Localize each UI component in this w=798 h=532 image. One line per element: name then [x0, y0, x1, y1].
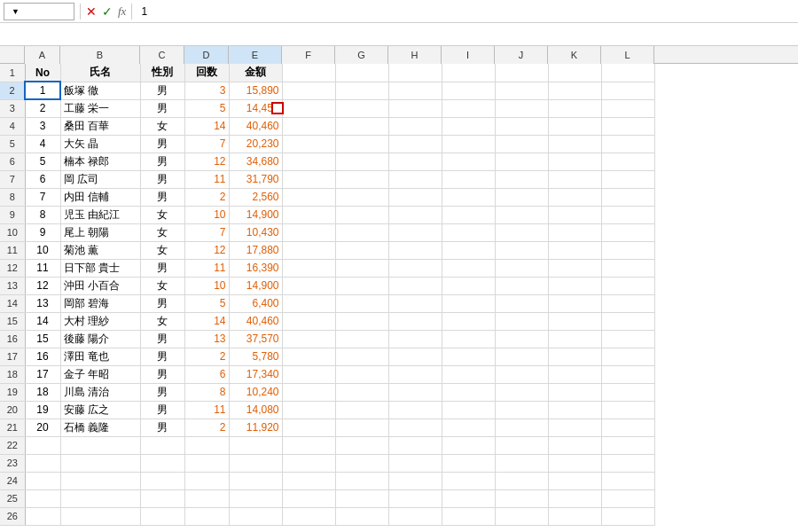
cell-no[interactable]: 12: [25, 277, 60, 294]
cell-empty[interactable]: [335, 419, 388, 436]
cell-empty[interactable]: [442, 294, 495, 312]
cell-empty[interactable]: [335, 507, 388, 525]
cell-reference-box[interactable]: ▼: [4, 3, 74, 20]
cell-empty[interactable]: [548, 330, 601, 348]
cell-count[interactable]: 11: [184, 170, 229, 188]
cell-count[interactable]: 7: [184, 135, 229, 153]
cell-empty[interactable]: [335, 206, 388, 223]
cell-empty[interactable]: [335, 312, 388, 330]
col-header-A[interactable]: A: [25, 46, 60, 64]
cell-empty[interactable]: [60, 454, 140, 472]
cell-empty[interactable]: [495, 153, 548, 170]
cell-no[interactable]: 18: [25, 383, 60, 401]
cell-empty[interactable]: [601, 117, 654, 135]
cell-empty[interactable]: [335, 188, 388, 206]
cell-no[interactable]: 4: [25, 135, 60, 153]
cell-no[interactable]: 17: [25, 365, 60, 383]
cell-name[interactable]: 金子 年昭: [60, 365, 140, 383]
cell-empty[interactable]: [25, 436, 60, 454]
cell-empty[interactable]: [335, 472, 388, 489]
cell-empty[interactable]: [548, 64, 601, 82]
col-header-B[interactable]: B: [60, 46, 140, 64]
cell-empty[interactable]: [335, 489, 388, 507]
cell-gender[interactable]: 女: [140, 277, 184, 294]
cell-empty[interactable]: [442, 365, 495, 383]
cell-empty[interactable]: [442, 223, 495, 241]
cell-amount[interactable]: 14,080: [229, 401, 282, 419]
cell-gender[interactable]: 男: [140, 99, 184, 117]
cell-empty[interactable]: [548, 401, 601, 419]
cell-empty[interactable]: [495, 383, 548, 401]
cell-no[interactable]: 2: [25, 99, 60, 117]
cell-empty[interactable]: [335, 277, 388, 294]
cell-empty[interactable]: [495, 401, 548, 419]
cell-amount[interactable]: 40,460: [229, 312, 282, 330]
cell-count[interactable]: 14: [184, 117, 229, 135]
cell-empty[interactable]: [442, 507, 495, 525]
cell-name[interactable]: 大村 理紗: [60, 312, 140, 330]
cell-empty[interactable]: [442, 135, 495, 153]
col-header-L[interactable]: L: [601, 46, 654, 64]
row-number[interactable]: 8: [0, 188, 25, 206]
dropdown-icon[interactable]: ▼: [12, 7, 20, 16]
cell-empty[interactable]: [388, 507, 442, 525]
cell-gender[interactable]: 女: [140, 206, 184, 223]
cell-empty[interactable]: [335, 82, 388, 99]
cell-empty[interactable]: [601, 489, 654, 507]
fill-handle[interactable]: [271, 102, 284, 114]
cell-empty[interactable]: [495, 294, 548, 312]
cell-amount[interactable]: 6,400: [229, 294, 282, 312]
cell-empty[interactable]: [495, 348, 548, 365]
cell-count[interactable]: 6: [184, 365, 229, 383]
cell-no[interactable]: 19: [25, 401, 60, 419]
cell-amount[interactable]: 2,560: [229, 188, 282, 206]
cell-empty[interactable]: [140, 472, 184, 489]
cell-empty[interactable]: [442, 277, 495, 294]
cell-empty[interactable]: [548, 365, 601, 383]
cell-empty[interactable]: [282, 294, 335, 312]
cell-amount[interactable]: 11,920: [229, 419, 282, 436]
cell-amount[interactable]: 31,790: [229, 170, 282, 188]
cell-empty[interactable]: [388, 223, 442, 241]
row-number[interactable]: 6: [0, 153, 25, 170]
row-number[interactable]: 2: [0, 82, 25, 99]
cell-empty[interactable]: [548, 206, 601, 223]
col-header-K[interactable]: K: [548, 46, 601, 64]
cell-amount[interactable]: 10,240: [229, 383, 282, 401]
cell-no[interactable]: 5: [25, 153, 60, 170]
formula-input[interactable]: [137, 3, 794, 20]
cell-empty[interactable]: [335, 365, 388, 383]
row-number[interactable]: 16: [0, 330, 25, 348]
cell-empty[interactable]: [335, 64, 388, 82]
cell-empty[interactable]: [25, 454, 60, 472]
cell-empty[interactable]: [442, 472, 495, 489]
cell-empty[interactable]: [335, 223, 388, 241]
cell-gender[interactable]: 男: [140, 259, 184, 277]
row-number[interactable]: 17: [0, 348, 25, 365]
cell-no[interactable]: 9: [25, 223, 60, 241]
cell-name[interactable]: 後藤 陽介: [60, 330, 140, 348]
cell-empty[interactable]: [442, 188, 495, 206]
cell-empty[interactable]: [25, 507, 60, 525]
cell-name[interactable]: 川島 清治: [60, 383, 140, 401]
cell-empty[interactable]: [282, 348, 335, 365]
cell-no[interactable]: 10: [25, 241, 60, 259]
row-number[interactable]: 20: [0, 401, 25, 419]
row-number[interactable]: 3: [0, 99, 25, 117]
confirm-icon[interactable]: ✓: [102, 4, 113, 19]
cell-empty[interactable]: [282, 64, 335, 82]
cell-empty[interactable]: [601, 401, 654, 419]
cell-empty[interactable]: [495, 454, 548, 472]
cell-count[interactable]: 10: [184, 206, 229, 223]
cell-no[interactable]: 1: [25, 82, 60, 99]
cell-empty[interactable]: [442, 259, 495, 277]
cell-empty[interactable]: [601, 312, 654, 330]
cell-empty[interactable]: [282, 454, 335, 472]
cell-empty[interactable]: [388, 330, 442, 348]
cell-empty[interactable]: [282, 170, 335, 188]
cell-empty[interactable]: [388, 365, 442, 383]
cell-empty[interactable]: [495, 188, 548, 206]
cell-gender[interactable]: 女: [140, 241, 184, 259]
cell-amount[interactable]: 15,890: [229, 82, 282, 99]
col-header-E[interactable]: E: [229, 46, 282, 64]
